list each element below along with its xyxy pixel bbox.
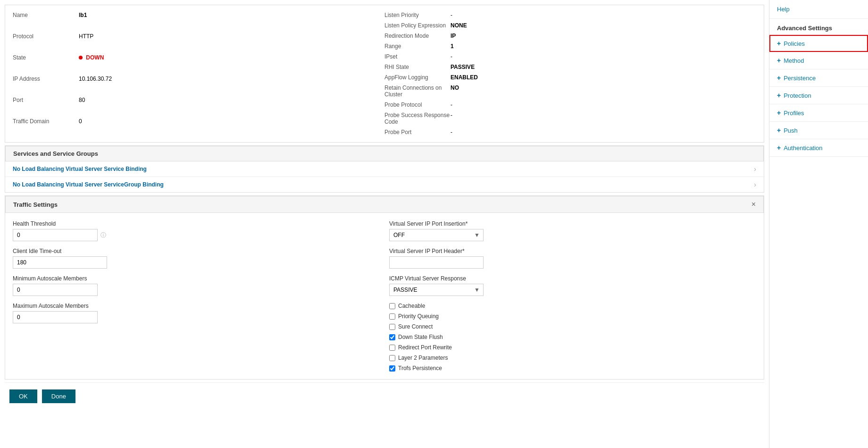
health-threshold-label: Health Threshold: [13, 220, 380, 227]
down-state-flush-checkbox-item[interactable]: Down State Flush: [389, 334, 756, 340]
authentication-item[interactable]: + Authentication: [769, 139, 868, 157]
redirect-port-checkbox[interactable]: [389, 345, 395, 351]
help-link[interactable]: Help: [769, 0, 868, 19]
servicegroup-binding-text: No Load Balancing Virtual Server Service…: [13, 181, 164, 188]
down-state-flush-checkbox[interactable]: [389, 334, 395, 340]
name-label: Name: [13, 11, 79, 30]
redirection-mode-label: Redirection Mode: [384, 32, 451, 40]
sure-connect-checkbox-item[interactable]: Sure Connect: [389, 323, 756, 330]
button-row: OK Done: [5, 382, 764, 410]
plus-icon-push: +: [777, 127, 781, 134]
down-state-flush-label: Down State Flush: [398, 334, 443, 340]
traffic-body: Health Threshold ⓘ Client Idle Time-out …: [5, 213, 764, 379]
policies-label: Policies: [784, 40, 805, 47]
name-value: lb1: [79, 11, 384, 30]
redirect-port-checkbox-item[interactable]: Redirect Port Rewrite: [389, 344, 756, 351]
info-circle-icon: ⓘ: [100, 231, 106, 239]
chevron-right-icon: ›: [754, 165, 756, 173]
service-binding-text: No Load Balancing Virtual Server Service…: [13, 166, 147, 172]
ok-button[interactable]: OK: [9, 389, 37, 403]
state-value: DOWN: [79, 53, 384, 73]
protocol-value: HTTP: [79, 32, 384, 51]
profiles-item[interactable]: + Profiles: [769, 104, 868, 122]
vs-ip-port-group: Virtual Server IP Port Insertion* OFF ON…: [389, 220, 756, 241]
plus-icon-profiles: +: [777, 109, 781, 117]
health-threshold-input[interactable]: [13, 229, 98, 241]
redirection-mode-value: IP: [451, 32, 756, 40]
client-idle-input[interactable]: [13, 256, 107, 269]
client-idle-label: Client Idle Time-out: [13, 248, 380, 254]
main-layout: Name lb1 Protocol HTTP State DOWN IP Add…: [0, 0, 868, 448]
sure-connect-checkbox[interactable]: [389, 324, 395, 330]
done-button[interactable]: Done: [42, 389, 75, 403]
probe-port-label: Probe Port: [384, 128, 451, 136]
authentication-label: Authentication: [784, 144, 822, 152]
info-grid: Name lb1 Protocol HTTP State DOWN IP Add…: [13, 11, 756, 136]
service-binding-row[interactable]: No Load Balancing Virtual Server Service…: [5, 161, 764, 177]
vs-ip-port-select-wrapper: OFF ON ▼: [389, 229, 484, 241]
close-traffic-settings-button[interactable]: ×: [751, 200, 756, 209]
vs-ip-port-label: Virtual Server IP Port Insertion*: [389, 220, 756, 227]
method-item[interactable]: + Method: [769, 52, 868, 69]
advanced-settings-header: Advanced Settings: [769, 19, 868, 35]
plus-icon-persistence: +: [777, 74, 781, 82]
trofs-checkbox-item[interactable]: Trofs Persistence: [389, 365, 756, 372]
listen-priority-label: Listen Priority: [384, 11, 451, 19]
traffic-domain-value: 0: [79, 117, 384, 136]
info-left: Name lb1 Protocol HTTP State DOWN IP Add…: [13, 11, 384, 136]
services-title: Services and Service Groups: [13, 150, 98, 157]
push-item[interactable]: + Push: [769, 122, 868, 139]
services-section: Services and Service Groups No Load Bala…: [5, 145, 764, 193]
traffic-left-col: Health Threshold ⓘ Client Idle Time-out …: [13, 220, 380, 372]
plus-icon-authentication: +: [777, 144, 781, 152]
max-autoscale-group: Maximum Autoscale Members: [13, 303, 380, 323]
layer2-checkbox[interactable]: [389, 355, 395, 361]
protection-item[interactable]: + Protection: [769, 87, 868, 104]
max-autoscale-label: Maximum Autoscale Members: [13, 303, 380, 309]
probe-protocol-label: Probe Protocol: [384, 101, 451, 109]
vs-ip-port-select[interactable]: OFF ON: [389, 229, 484, 241]
ipset-value: -: [451, 52, 756, 61]
right-panel: Help Advanced Settings + Policies + Meth…: [769, 0, 868, 448]
probe-protocol-value: -: [451, 101, 756, 109]
layer2-label: Layer 2 Parameters: [398, 355, 448, 361]
icmp-vs-select-wrapper: PASSIVE ACTIVE VSVR_CNTRLD ▼: [389, 284, 484, 296]
servicegroup-binding-row[interactable]: No Load Balancing Virtual Server Service…: [5, 177, 764, 192]
persistence-item[interactable]: + Persistence: [769, 69, 868, 87]
priority-queuing-checkbox-item[interactable]: Priority Queuing: [389, 313, 756, 320]
cacheable-checkbox-item[interactable]: Cacheable: [389, 303, 756, 309]
left-panel: Name lb1 Protocol HTTP State DOWN IP Add…: [0, 0, 769, 448]
listen-priority-value: -: [451, 11, 756, 19]
min-autoscale-label: Minimum Autoscale Members: [13, 275, 380, 282]
probe-success-label: Probe Success Response Code: [384, 111, 451, 126]
persistence-label: Persistence: [784, 75, 816, 82]
traffic-settings-section: Traffic Settings × Health Threshold ⓘ Cl…: [5, 195, 764, 380]
sure-connect-label: Sure Connect: [398, 323, 433, 330]
state-dot-icon: [79, 56, 83, 59]
cacheable-checkbox[interactable]: [389, 303, 395, 309]
ip-label: IP Address: [13, 75, 79, 94]
info-right: Listen Priority - Listen Policy Expressi…: [384, 11, 756, 136]
policies-item[interactable]: + Policies: [769, 35, 868, 52]
vs-ip-header-input[interactable]: [389, 256, 484, 269]
cacheable-label: Cacheable: [398, 303, 425, 309]
listen-policy-value: NONE: [451, 21, 756, 30]
icmp-vs-select[interactable]: PASSIVE ACTIVE VSVR_CNTRLD: [389, 284, 484, 296]
traffic-settings-title: Traffic Settings: [13, 201, 58, 208]
range-value: 1: [451, 42, 756, 51]
icmp-vs-label: ICMP Virtual Server Response: [389, 275, 756, 282]
priority-queuing-checkbox[interactable]: [389, 313, 395, 320]
plus-icon-method: +: [777, 57, 781, 64]
layer2-checkbox-item[interactable]: Layer 2 Parameters: [389, 355, 756, 361]
min-autoscale-input[interactable]: [13, 284, 98, 296]
traffic-settings-header: Traffic Settings ×: [5, 196, 764, 213]
trofs-checkbox[interactable]: [389, 365, 395, 372]
max-autoscale-input[interactable]: [13, 311, 98, 323]
priority-queuing-label: Priority Queuing: [398, 313, 439, 320]
redirect-port-label: Redirect Port Rewrite: [398, 344, 452, 351]
method-label: Method: [784, 57, 804, 64]
probe-port-value: -: [451, 128, 756, 136]
client-idle-group: Client Idle Time-out: [13, 248, 380, 269]
port-label: Port: [13, 96, 79, 115]
rhi-state-value: PASSIVE: [451, 63, 756, 71]
